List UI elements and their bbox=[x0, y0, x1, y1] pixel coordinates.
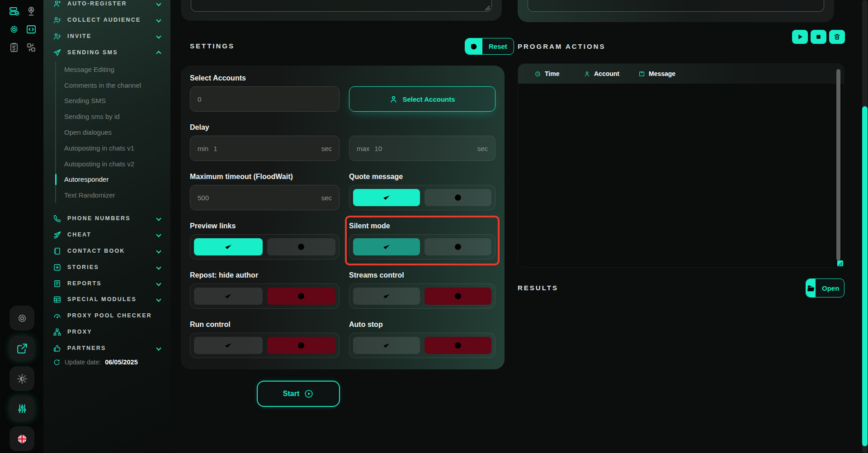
sidebar-item-reports[interactable]: REPORTS bbox=[43, 275, 170, 292]
sidebar-item-phone-numbers[interactable]: PHONE NUMBERS bbox=[43, 210, 170, 226]
submenu-item-autoresponder[interactable]: Autoresponder bbox=[56, 172, 164, 188]
sidebar-item-stories[interactable]: STORIES bbox=[43, 259, 170, 275]
repost-yes-button[interactable] bbox=[194, 288, 263, 305]
top-left-panel bbox=[181, 0, 502, 21]
run-control-no-button[interactable] bbox=[267, 337, 336, 354]
select-accounts-count-value: 0 bbox=[198, 95, 201, 103]
theme-sun-icon bbox=[16, 373, 28, 385]
sidebar-item-invite[interactable]: INVITE bbox=[43, 28, 170, 44]
stop-actions-button[interactable] bbox=[811, 30, 826, 44]
submenu-item-autoposting-v1[interactable]: Autoposting in chats v1 bbox=[56, 140, 164, 156]
streams-control-toggle bbox=[349, 283, 495, 309]
reset-button-label: Reset bbox=[482, 38, 514, 54]
timeout-unit: sec bbox=[321, 194, 332, 202]
submenu-item-comments-in-the-channel[interactable]: Comments in the channel bbox=[56, 77, 164, 93]
gear-icon[interactable] bbox=[8, 24, 20, 35]
quote-message-yes-button[interactable] bbox=[353, 189, 420, 206]
sidebar-item-special-modules[interactable]: SPECIAL MODULES bbox=[43, 291, 170, 307]
reset-button[interactable]: Reset bbox=[465, 38, 514, 55]
delay-min-input[interactable]: min 1 sec bbox=[190, 136, 340, 161]
select-accounts-count-input[interactable]: 0 bbox=[190, 86, 340, 112]
select-accounts-button[interactable]: Select Accounts bbox=[349, 86, 495, 112]
quote-message-no-button[interactable] bbox=[425, 189, 491, 206]
sidebar-item-label: CHEAT bbox=[67, 231, 91, 238]
silent-mode-yes-button[interactable] bbox=[353, 238, 420, 255]
quote-message-toggle bbox=[349, 185, 495, 210]
theme-button[interactable] bbox=[9, 366, 34, 391]
sidebar-item-label: PROXY bbox=[67, 329, 92, 335]
person-icon bbox=[584, 71, 590, 77]
submenu-item-text-randomizer[interactable]: Text Randomizer bbox=[56, 187, 164, 203]
grid-window-icon bbox=[52, 295, 61, 304]
sliders-button[interactable] bbox=[9, 396, 34, 421]
settings-button[interactable] bbox=[9, 306, 34, 330]
submenu-item-autoposting-v2[interactable]: Autoposting in chats v2 bbox=[56, 156, 164, 172]
stop-icon bbox=[815, 33, 822, 41]
delay-max-unit: sec bbox=[477, 145, 488, 152]
document-icon bbox=[52, 279, 61, 288]
repost-no-button[interactable] bbox=[267, 288, 336, 305]
sidebar: AUTO-REGISTER COLLECT AUDIENCE INVITE SE… bbox=[43, 0, 170, 453]
sidebar-item-cheat[interactable]: CHEAT bbox=[43, 226, 170, 243]
delay-max-value: 10 bbox=[374, 145, 382, 152]
delay-max-input[interactable]: max 10 sec bbox=[349, 136, 495, 161]
code-window-icon[interactable] bbox=[25, 24, 37, 35]
swap-modules-icon[interactable] bbox=[25, 42, 37, 53]
sidebar-item-label: CONTACT BOOK bbox=[67, 248, 125, 254]
delay-min-prefix: min bbox=[198, 145, 208, 152]
account-manager-icon[interactable] bbox=[25, 5, 37, 17]
start-button[interactable]: Start bbox=[257, 381, 340, 407]
trash-icon bbox=[833, 33, 841, 41]
submenu-item-sending-sms-by-id[interactable]: Sending sms by id bbox=[56, 109, 164, 124]
table-resize-grip[interactable] bbox=[837, 260, 843, 266]
sending-sms-submenu: Message Editing Comments in the channel … bbox=[55, 61, 164, 203]
external-link-button[interactable] bbox=[9, 336, 34, 361]
submenu-item-sending-sms[interactable]: Sending SMS bbox=[56, 93, 164, 109]
language-button[interactable] bbox=[9, 426, 34, 451]
preview-links-no-button[interactable] bbox=[267, 238, 336, 255]
textarea-resize-grip[interactable] bbox=[485, 5, 490, 10]
submenu-item-message-editing[interactable]: Message Editing bbox=[56, 61, 164, 77]
sidebar-item-collect-audience[interactable]: COLLECT AUDIENCE bbox=[43, 12, 170, 28]
program-actions-table: Time Account Message bbox=[518, 63, 844, 268]
sidebar-item-sending-sms[interactable]: SENDING SMS bbox=[43, 44, 170, 61]
thumbs-up-icon bbox=[52, 344, 61, 353]
person-list-icon bbox=[52, 32, 61, 41]
refresh-icon[interactable] bbox=[52, 358, 61, 366]
clipboard-check-icon[interactable] bbox=[8, 42, 20, 53]
rotate-ccw-icon bbox=[465, 38, 482, 54]
top-right-input[interactable] bbox=[528, 0, 824, 12]
preview-links-label: Preview links bbox=[190, 221, 340, 231]
chevron-down-icon bbox=[156, 33, 161, 38]
settings-title: SETTINGS bbox=[190, 42, 235, 50]
delay-max-field: max 10 sec bbox=[349, 122, 495, 161]
person-list-icon bbox=[52, 15, 61, 24]
sidebar-item-label: SENDING SMS bbox=[67, 49, 118, 56]
top-left-textarea[interactable] bbox=[191, 0, 492, 12]
silent-mode-no-button[interactable] bbox=[425, 238, 491, 255]
auto-stop-no-button[interactable] bbox=[425, 337, 491, 354]
sidebar-item-contact-book[interactable]: CONTACT BOOK bbox=[43, 243, 170, 259]
sidebar-item-partners[interactable]: PARTNERS bbox=[43, 340, 170, 356]
phone-icon bbox=[52, 214, 61, 223]
clear-actions-button[interactable] bbox=[829, 30, 845, 44]
preview-links-yes-button[interactable] bbox=[194, 238, 263, 255]
page-scrollbar-thumb[interactable] bbox=[862, 106, 868, 446]
sidebar-item-auto-register[interactable]: AUTO-REGISTER bbox=[43, 0, 170, 12]
run-control-yes-button[interactable] bbox=[194, 337, 263, 354]
open-results-button[interactable]: Open bbox=[806, 278, 844, 297]
sidebar-item-proxy[interactable]: PROXY bbox=[43, 324, 170, 340]
run-actions-button[interactable] bbox=[792, 30, 808, 44]
sidebar-item-label: AUTO-REGISTER bbox=[67, 0, 127, 7]
play-circle-icon bbox=[304, 389, 314, 399]
table-scrollbar-thumb[interactable] bbox=[836, 69, 840, 260]
server-check-icon[interactable] bbox=[8, 5, 20, 17]
streams-no-button[interactable] bbox=[425, 288, 491, 305]
sidebar-item-proxy-pool-checker[interactable]: PROXY POOL CHECKER bbox=[43, 307, 170, 324]
settings-gear-icon bbox=[16, 312, 28, 324]
streams-yes-button[interactable] bbox=[353, 288, 420, 305]
submenu-item-open-dialogues[interactable]: Open dialogues bbox=[56, 124, 164, 140]
auto-stop-yes-button[interactable] bbox=[353, 337, 420, 354]
timeout-input[interactable]: 500 sec bbox=[190, 185, 340, 210]
column-account: Account bbox=[584, 70, 638, 77]
